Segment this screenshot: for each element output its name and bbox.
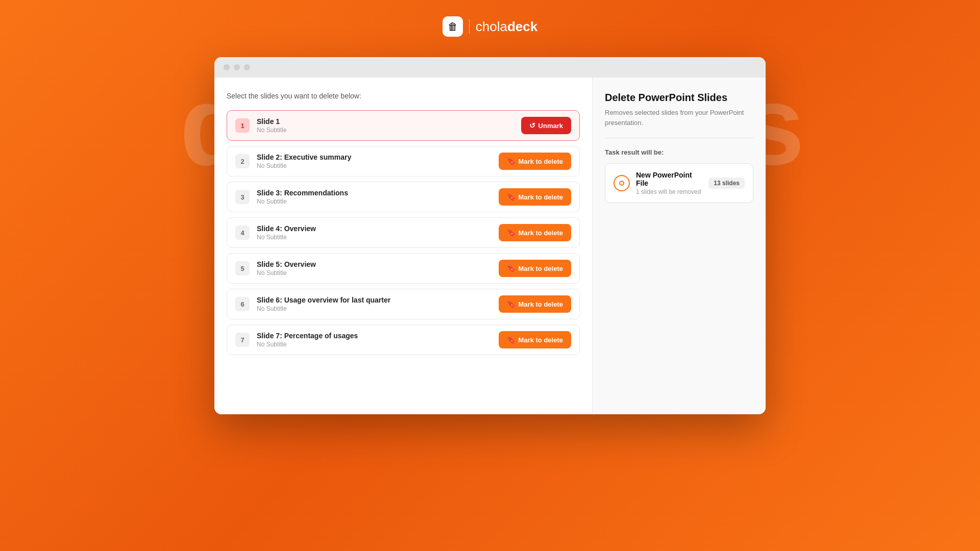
slide-title: Slide 5: Overview [257, 260, 492, 268]
slide-number: 5 [235, 261, 250, 276]
button-label: Mark to delete [519, 300, 563, 308]
slide-item: 2Slide 2: Executive summaryNo Subtitle🔖M… [227, 146, 580, 177]
dot-close [224, 64, 230, 70]
slide-subtitle: No Subtitle [257, 162, 492, 169]
slide-info: Slide 1No Subtitle [257, 117, 514, 134]
mark-to-delete-button[interactable]: 🔖Mark to delete [499, 260, 571, 277]
task-result-label: Task result will be: [605, 148, 753, 156]
result-icon-inner [619, 181, 624, 186]
slide-info: Slide 6: Usage overview for last quarter… [257, 296, 492, 312]
slide-info: Slide 2: Executive summaryNo Subtitle [257, 153, 492, 169]
result-filename: New PowerPoint File [636, 171, 702, 187]
mark-to-delete-button[interactable]: 🔖Mark to delete [499, 153, 571, 170]
unmark-button[interactable]: ↺Unmark [521, 117, 571, 134]
slide-info: Slide 5: OverviewNo Subtitle [257, 260, 492, 277]
button-label: Unmark [538, 122, 563, 130]
mark-to-delete-button[interactable]: 🔖Mark to delete [499, 224, 571, 241]
slide-info: Slide 3: RecommendationsNo Subtitle [257, 189, 492, 205]
button-label: Mark to delete [519, 158, 563, 165]
result-detail: 1 slides will be removed [636, 188, 702, 195]
slide-title: Slide 7: Percentage of usages [257, 332, 492, 340]
mark-icon: 🔖 [507, 229, 516, 237]
mark-icon: 🔖 [507, 336, 516, 344]
unmark-icon: ↺ [529, 121, 535, 130]
result-icon [614, 175, 630, 191]
slide-info: Slide 7: Percentage of usagesNo Subtitle [257, 332, 492, 348]
slide-item: 7Slide 7: Percentage of usagesNo Subtitl… [227, 324, 580, 355]
slide-subtitle: No Subtitle [257, 198, 492, 205]
mark-icon: 🔖 [507, 157, 516, 165]
slide-item: 1Slide 1No Subtitle↺Unmark [227, 110, 580, 141]
slide-item: 3Slide 3: RecommendationsNo Subtitle🔖Mar… [227, 182, 580, 212]
button-label: Mark to delete [519, 336, 563, 344]
slide-item: 6Slide 6: Usage overview for last quarte… [227, 289, 580, 319]
logo-icon: 🗑 [448, 21, 458, 33]
slide-item: 5Slide 5: OverviewNo Subtitle🔖Mark to de… [227, 253, 580, 284]
panel-title: Delete PowerPoint Slides [605, 92, 753, 104]
slide-title: Slide 1 [257, 117, 514, 126]
mark-icon: 🔖 [507, 193, 516, 201]
panel-description: Removes selected slides from your PowerP… [605, 108, 753, 138]
slide-list: 1Slide 1No Subtitle↺Unmark2Slide 2: Exec… [227, 110, 580, 355]
slide-info: Slide 4: OverviewNo Subtitle [257, 224, 492, 241]
button-label: Mark to delete [519, 229, 563, 237]
slide-title: Slide 6: Usage overview for last quarter [257, 296, 492, 304]
instruction-text: Select the slides you want to delete bel… [227, 92, 580, 100]
window-body: Select the slides you want to delete bel… [214, 78, 766, 414]
button-label: Mark to delete [519, 193, 563, 201]
result-info: New PowerPoint File 1 slides will be rem… [636, 171, 702, 195]
dot-maximize [244, 64, 250, 70]
slide-number: 4 [235, 226, 250, 240]
app-window: Select the slides you want to delete bel… [214, 57, 766, 414]
slide-number: 3 [235, 190, 250, 204]
logo-box: 🗑 [443, 16, 463, 37]
slide-number: 6 [235, 297, 250, 311]
slide-subtitle: No Subtitle [257, 305, 492, 312]
slide-subtitle: No Subtitle [257, 127, 514, 134]
mark-to-delete-button[interactable]: 🔖Mark to delete [499, 188, 571, 206]
slide-title: Slide 4: Overview [257, 224, 492, 233]
header: 🗑 choladeck [443, 16, 537, 37]
mark-icon: 🔖 [507, 300, 516, 308]
result-badge: 13 slides [708, 178, 745, 189]
mark-to-delete-button[interactable]: 🔖Mark to delete [499, 331, 571, 348]
slide-number: 7 [235, 333, 250, 347]
window-titlebar [214, 57, 766, 78]
slide-number: 2 [235, 154, 250, 168]
header-divider [469, 19, 470, 34]
slide-subtitle: No Subtitle [257, 234, 492, 241]
slide-number: 1 [235, 118, 250, 133]
slide-title: Slide 3: Recommendations [257, 189, 492, 197]
mark-to-delete-button[interactable]: 🔖Mark to delete [499, 295, 571, 313]
dot-minimize [234, 64, 240, 70]
slide-subtitle: No Subtitle [257, 269, 492, 277]
result-card: New PowerPoint File 1 slides will be rem… [605, 163, 753, 203]
mark-icon: 🔖 [507, 264, 516, 272]
brand-name: choladeck [476, 19, 537, 35]
slide-item: 4Slide 4: OverviewNo Subtitle🔖Mark to de… [227, 217, 580, 248]
button-label: Mark to delete [519, 265, 563, 272]
right-panel: Delete PowerPoint Slides Removes selecte… [592, 78, 766, 414]
slide-title: Slide 2: Executive summary [257, 153, 492, 161]
left-panel: Select the slides you want to delete bel… [214, 78, 592, 414]
slide-subtitle: No Subtitle [257, 341, 492, 348]
